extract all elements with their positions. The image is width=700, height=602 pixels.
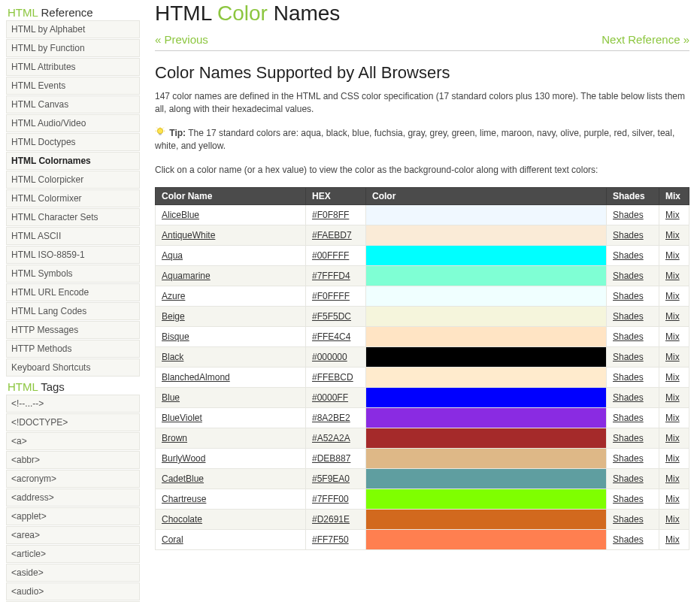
color-hex-link[interactable]: #7FFF00 bbox=[312, 494, 349, 504]
color-name-link[interactable]: BlueViolet bbox=[162, 413, 202, 423]
shades-link[interactable]: Shades bbox=[613, 311, 644, 322]
color-name-link[interactable]: Coral bbox=[162, 534, 183, 545]
sidebar-item[interactable]: Keyboard Shortcuts bbox=[6, 358, 140, 377]
color-hex-link[interactable]: #FAEBD7 bbox=[312, 230, 352, 240]
color-hex-link[interactable]: #F0F8FF bbox=[312, 210, 349, 220]
color-name-link[interactable]: CadetBlue bbox=[162, 473, 204, 484]
sidebar-item[interactable]: <applet> bbox=[6, 507, 140, 525]
sidebar-item[interactable]: HTML ISO-8859-1 bbox=[6, 246, 140, 264]
mix-link[interactable]: Mix bbox=[665, 534, 680, 545]
sidebar-item[interactable]: <address> bbox=[6, 489, 140, 507]
color-hex-link[interactable]: #FFEBCD bbox=[312, 372, 353, 383]
mix-link[interactable]: Mix bbox=[665, 372, 680, 383]
color-name-link[interactable]: AliceBlue bbox=[162, 210, 199, 220]
color-hex-link[interactable]: #5F9EA0 bbox=[312, 473, 350, 484]
shades-link[interactable]: Shades bbox=[613, 250, 644, 261]
mix-link[interactable]: Mix bbox=[665, 250, 680, 261]
shades-link[interactable]: Shades bbox=[613, 271, 644, 281]
color-hex-link[interactable]: #0000FF bbox=[312, 392, 348, 403]
sidebar-item[interactable]: HTML Canvas bbox=[6, 95, 140, 113]
sidebar-item[interactable]: HTML Colormixer bbox=[6, 189, 140, 207]
color-name-link[interactable]: Aqua bbox=[162, 250, 183, 261]
sidebar-item[interactable]: <audio> bbox=[6, 582, 140, 600]
mix-link[interactable]: Mix bbox=[665, 210, 680, 220]
color-name-link[interactable]: Bisque bbox=[162, 331, 189, 342]
color-name-link[interactable]: Azure bbox=[162, 291, 185, 301]
mix-link[interactable]: Mix bbox=[665, 271, 680, 281]
sidebar-item[interactable]: <aside> bbox=[6, 564, 140, 582]
sidebar-item[interactable]: HTTP Messages bbox=[6, 321, 140, 339]
shades-link[interactable]: Shades bbox=[613, 534, 644, 545]
color-hex-link[interactable]: #D2691E bbox=[312, 514, 350, 525]
sidebar-item[interactable]: <area> bbox=[6, 526, 140, 544]
color-hex-link[interactable]: #A52A2A bbox=[312, 433, 350, 443]
mix-link[interactable]: Mix bbox=[665, 291, 680, 301]
sidebar-item[interactable]: <a> bbox=[6, 432, 140, 450]
mix-link[interactable]: Mix bbox=[665, 413, 680, 423]
color-name-link[interactable]: Brown bbox=[162, 433, 187, 443]
color-name-link[interactable]: Beige bbox=[162, 311, 185, 322]
color-hex-link[interactable]: #00FFFF bbox=[312, 250, 349, 261]
sidebar-item[interactable]: HTML Audio/Video bbox=[6, 114, 140, 132]
mix-link[interactable]: Mix bbox=[665, 352, 680, 362]
sidebar-item[interactable]: <!DOCTYPE> bbox=[6, 413, 140, 431]
sidebar-item[interactable]: HTML Events bbox=[6, 77, 140, 95]
color-name-link[interactable]: Black bbox=[162, 352, 183, 362]
color-name-link[interactable]: Aquamarine bbox=[162, 271, 211, 281]
sidebar-item[interactable]: HTML ASCII bbox=[6, 227, 140, 245]
sidebar-item[interactable]: HTML Doctypes bbox=[6, 133, 140, 151]
shades-link[interactable]: Shades bbox=[613, 352, 644, 362]
mix-link[interactable]: Mix bbox=[665, 311, 680, 322]
shades-link[interactable]: Shades bbox=[613, 433, 644, 443]
shades-link[interactable]: Shades bbox=[613, 372, 644, 383]
color-hex-link[interactable]: #FF7F50 bbox=[312, 534, 349, 545]
shades-link[interactable]: Shades bbox=[613, 453, 644, 464]
shades-link[interactable]: Shades bbox=[613, 230, 644, 240]
shades-link[interactable]: Shades bbox=[613, 473, 644, 484]
sidebar-item[interactable]: <acronym> bbox=[6, 470, 140, 488]
shades-link[interactable]: Shades bbox=[613, 494, 644, 504]
sidebar-item[interactable]: HTML Symbols bbox=[6, 265, 140, 283]
mix-link[interactable]: Mix bbox=[665, 433, 680, 443]
sidebar-item[interactable]: HTML Lang Codes bbox=[6, 302, 140, 320]
color-name-link[interactable]: Blue bbox=[162, 392, 180, 403]
sidebar-item[interactable]: HTTP Methods bbox=[6, 340, 140, 358]
color-hex-link[interactable]: #F0FFFF bbox=[312, 291, 350, 301]
mix-link[interactable]: Mix bbox=[665, 514, 680, 525]
sidebar-item[interactable]: HTML URL Encode bbox=[6, 283, 140, 301]
sidebar-item[interactable]: HTML Attributes bbox=[6, 58, 140, 76]
next-link[interactable]: Next Reference » bbox=[602, 33, 689, 46]
shades-link[interactable]: Shades bbox=[613, 291, 644, 301]
color-hex-link[interactable]: #F5F5DC bbox=[312, 311, 351, 322]
mix-link[interactable]: Mix bbox=[665, 494, 680, 504]
sidebar-item[interactable]: <!--...--> bbox=[6, 395, 140, 413]
shades-link[interactable]: Shades bbox=[613, 514, 644, 525]
mix-link[interactable]: Mix bbox=[665, 473, 680, 484]
color-name-link[interactable]: BlanchedAlmond bbox=[162, 372, 230, 383]
color-hex-link[interactable]: #7FFFD4 bbox=[312, 271, 350, 281]
sidebar-item[interactable]: HTML by Alphabet bbox=[6, 20, 140, 38]
color-hex-link[interactable]: #000000 bbox=[312, 352, 347, 362]
sidebar-item[interactable]: HTML by Function bbox=[6, 39, 140, 57]
shades-link[interactable]: Shades bbox=[613, 331, 644, 342]
sidebar-item[interactable]: HTML Colornames bbox=[6, 152, 140, 170]
shades-link[interactable]: Shades bbox=[613, 210, 644, 220]
sidebar-item[interactable]: <article> bbox=[6, 545, 140, 563]
color-name-link[interactable]: Chartreuse bbox=[162, 494, 206, 504]
mix-link[interactable]: Mix bbox=[665, 331, 680, 342]
color-name-link[interactable]: AntiqueWhite bbox=[162, 230, 215, 240]
prev-link[interactable]: « Previous bbox=[155, 33, 208, 46]
mix-link[interactable]: Mix bbox=[665, 230, 680, 240]
color-hex-link[interactable]: #DEB887 bbox=[312, 453, 350, 464]
mix-link[interactable]: Mix bbox=[665, 453, 680, 464]
shades-link[interactable]: Shades bbox=[613, 413, 644, 423]
color-name-link[interactable]: BurlyWood bbox=[162, 453, 205, 464]
color-name-link[interactable]: Chocolate bbox=[162, 514, 202, 525]
sidebar-item[interactable]: HTML Colorpicker bbox=[6, 171, 140, 189]
shades-link[interactable]: Shades bbox=[613, 392, 644, 403]
sidebar-item[interactable]: <abbr> bbox=[6, 451, 140, 469]
color-hex-link[interactable]: #FFE4C4 bbox=[312, 331, 350, 342]
sidebar-item[interactable]: HTML Character Sets bbox=[6, 208, 140, 226]
color-hex-link[interactable]: #8A2BE2 bbox=[312, 413, 350, 423]
mix-link[interactable]: Mix bbox=[665, 392, 680, 403]
